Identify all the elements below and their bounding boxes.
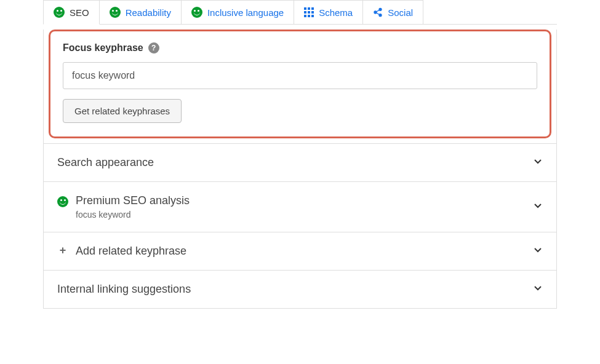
tab-label: Readability <box>126 7 171 18</box>
accordion-search-appearance[interactable]: Search appearance <box>44 143 556 181</box>
accordion-title: Search appearance <box>57 156 154 169</box>
svg-line-4 <box>377 13 380 15</box>
accordion-premium-seo-analysis[interactable]: Premium SEO analysis focus keyword <box>44 181 556 232</box>
keyphrase-input[interactable] <box>63 62 537 89</box>
chevron-down-icon <box>533 201 543 213</box>
tab-label: SEO <box>70 7 89 18</box>
accordion-title: Premium SEO analysis <box>76 194 190 207</box>
help-icon[interactable]: ? <box>148 42 159 53</box>
chevron-down-icon <box>533 245 543 257</box>
smiley-icon <box>57 196 68 207</box>
tab-label: Inclusive language <box>207 7 284 18</box>
tab-schema[interactable]: Schema <box>294 0 363 24</box>
seo-panel: Focus keyphrase ? Get related keyphrases… <box>43 30 557 309</box>
chevron-down-icon <box>533 283 543 295</box>
tab-social[interactable]: Social <box>363 0 423 24</box>
keyphrase-label: Focus keyphrase <box>63 42 143 53</box>
tab-bar: SEO Readability Inclusive language Schem… <box>43 0 557 25</box>
svg-point-1 <box>374 11 377 14</box>
accordion-subtitle: focus keyword <box>76 210 190 220</box>
svg-line-3 <box>377 10 380 12</box>
keyphrase-label-row: Focus keyphrase ? <box>63 42 537 53</box>
chevron-down-icon <box>533 157 543 168</box>
smiley-icon <box>54 7 65 18</box>
accordion-internal-linking[interactable]: Internal linking suggestions <box>44 270 556 308</box>
tab-seo[interactable]: SEO <box>43 0 100 25</box>
plus-icon: + <box>57 245 68 256</box>
smiley-icon <box>191 7 202 18</box>
svg-point-2 <box>379 14 382 17</box>
accordion-title: Internal linking suggestions <box>57 283 191 296</box>
accordion-title: Add related keyphrase <box>76 245 186 258</box>
svg-point-0 <box>379 8 382 10</box>
get-related-keyphrases-button[interactable]: Get related keyphrases <box>63 99 182 123</box>
share-icon <box>373 7 383 17</box>
tab-inclusive-language[interactable]: Inclusive language <box>182 0 294 24</box>
tab-readability[interactable]: Readability <box>100 0 182 24</box>
accordion-add-related-keyphrase[interactable]: + Add related keyphrase <box>44 232 556 270</box>
tab-label: Social <box>388 7 413 18</box>
smiley-icon <box>110 7 121 18</box>
grid-icon <box>304 7 314 17</box>
focus-keyphrase-box: Focus keyphrase ? Get related keyphrases <box>49 30 551 138</box>
tab-label: Schema <box>319 7 353 18</box>
